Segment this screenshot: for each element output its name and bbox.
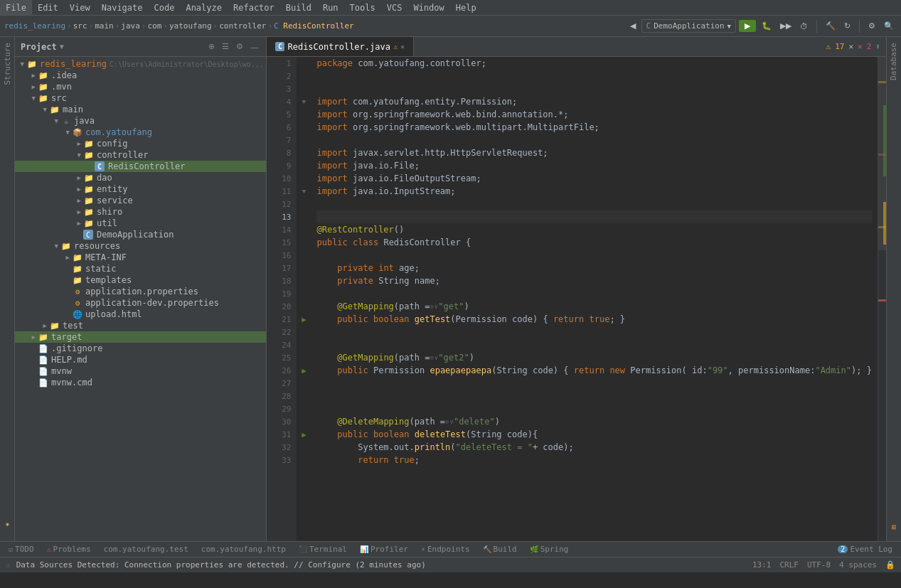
- status-crlf[interactable]: CRLF: [779, 560, 799, 570]
- panel-settings-btn[interactable]: ⚙: [234, 41, 245, 52]
- tree-item-controller[interactable]: ▼ 📁 controller: [15, 149, 266, 161]
- tree-item-app-dev-props[interactable]: ⚙ application-dev.properties: [15, 297, 266, 309]
- tree-item-root[interactable]: ▼ 📁 redis_learing C:\Users\Administrator…: [15, 58, 266, 70]
- gutter-26[interactable]: ▶: [297, 364, 311, 377]
- error-icon: ✕: [858, 42, 863, 51]
- tree-item-dao[interactable]: ▶ 📁 dao: [15, 172, 266, 183]
- tree-item-helpmd[interactable]: 📄 HELP.md: [15, 354, 266, 365]
- panel-minimize-btn[interactable]: —: [248, 42, 260, 52]
- tree-item-config[interactable]: ▶ 📁 config: [15, 138, 266, 149]
- run-config-dropdown-icon: ▼: [727, 23, 731, 30]
- menu-refactor[interactable]: Refactor: [228, 0, 280, 15]
- menu-edit[interactable]: Edit: [32, 0, 64, 15]
- breadcrumb-part-3[interactable]: main: [95, 21, 114, 31]
- favorites-label[interactable]: ★: [1, 515, 14, 535]
- bottom-tab-test[interactable]: com.yatoufang.test: [98, 542, 194, 557]
- menu-tools[interactable]: Tools: [344, 0, 381, 15]
- tree-item-mvn[interactable]: ▶ 📁 .mvn: [15, 81, 266, 92]
- database-label[interactable]: Database: [887, 37, 900, 86]
- debug-button[interactable]: 🐛: [759, 20, 774, 32]
- warning-count: 17: [835, 42, 844, 51]
- tree-item-entity[interactable]: ▶ 📁 entity: [15, 183, 266, 195]
- build-button[interactable]: 🔨: [823, 20, 838, 32]
- tree-item-metainf[interactable]: ▶ 📁 META-INF: [15, 252, 266, 263]
- sync-button[interactable]: ↻: [841, 20, 853, 32]
- menu-window[interactable]: Window: [407, 0, 449, 15]
- status-indent[interactable]: 4 spaces: [839, 560, 877, 570]
- menu-help[interactable]: Help: [450, 0, 482, 15]
- bottom-tab-todo[interactable]: ☑ TODO: [3, 542, 40, 557]
- tree-item-src[interactable]: ▼ 📁 src: [15, 92, 266, 104]
- tree-arrow-metainf: ▶: [63, 254, 72, 261]
- tree-item-app-props[interactable]: ⚙ application.properties: [15, 286, 266, 297]
- coverage-button[interactable]: ▶▶: [777, 20, 794, 32]
- code-content[interactable]: package com.yatoufang.controller; import…: [311, 57, 877, 541]
- side-indicator-2: [883, 202, 886, 245]
- tree-item-rediscontroller[interactable]: C RedisController: [15, 161, 266, 172]
- event-log-tab[interactable]: 2 Event Log: [832, 542, 898, 557]
- tab-close-icon[interactable]: ✕: [400, 43, 405, 50]
- toolbar-back-btn[interactable]: ◀: [627, 20, 639, 32]
- breadcrumb-part-6[interactable]: yatoufang: [169, 21, 212, 31]
- menu-file[interactable]: File: [0, 0, 32, 15]
- tree-item-gitignore[interactable]: 📄 .gitignore: [15, 343, 266, 354]
- editor-tab-rediscontroller[interactable]: C RedisController.java ⚠ ✕: [267, 37, 414, 56]
- settings-button[interactable]: ⚙: [865, 20, 878, 32]
- menu-run[interactable]: Run: [317, 0, 344, 15]
- breadcrumb-part-8[interactable]: C RedisController: [274, 21, 354, 31]
- gutter-31[interactable]: ▶: [297, 428, 311, 441]
- tree-item-upload-html[interactable]: 🌐 upload.html: [15, 309, 266, 320]
- status-message[interactable]: Data Sources Detected: Connection proper…: [16, 560, 747, 570]
- bottom-tab-build[interactable]: 🔨 Build: [477, 542, 523, 557]
- tree-item-resources[interactable]: ▼ 📁 resources: [15, 240, 266, 252]
- tree-item-main[interactable]: ▼ 📁 main: [15, 104, 266, 115]
- bottom-tab-profiler[interactable]: 📊 Profiler: [354, 542, 414, 557]
- profiler-button[interactable]: ⏱: [797, 21, 811, 32]
- code-line-16: [316, 249, 871, 262]
- maven-label[interactable]: m: [887, 519, 900, 535]
- breadcrumb-part-2[interactable]: src: [73, 21, 87, 31]
- tree-item-mvnw[interactable]: 📄 mvnw: [15, 365, 266, 377]
- sort-icon[interactable]: ⬆: [875, 42, 880, 51]
- structure-label[interactable]: Structure: [1, 37, 14, 91]
- tree-item-util[interactable]: ▶ 📁 util: [15, 218, 266, 229]
- bottom-tab-terminal[interactable]: ⬛ Terminal: [293, 542, 353, 557]
- line-num-31: 31: [267, 428, 291, 441]
- bottom-tab-http[interactable]: com.yatoufang.http: [196, 542, 292, 557]
- menu-vcs[interactable]: VCS: [381, 0, 408, 15]
- menu-build[interactable]: Build: [280, 0, 317, 15]
- menu-code[interactable]: Code: [149, 0, 181, 15]
- breadcrumb-part-4[interactable]: java: [121, 21, 140, 31]
- tree-item-idea[interactable]: ▶ 📁 .idea: [15, 70, 266, 81]
- tree-item-mvnwcmd[interactable]: 📄 mvnw.cmd: [15, 377, 266, 388]
- status-position[interactable]: 13:1: [752, 560, 772, 570]
- tree-item-demoapplication[interactable]: C DemoApplication: [15, 229, 266, 240]
- menu-analyze[interactable]: Analyze: [180, 0, 228, 15]
- tree-item-service[interactable]: ▶ 📁 service: [15, 195, 266, 206]
- tree-item-package[interactable]: ▼ 📦 com.yatoufang: [15, 127, 266, 138]
- run-button[interactable]: ▶: [739, 20, 756, 32]
- tree-item-test[interactable]: ▶ 📁 test: [15, 320, 266, 331]
- breadcrumb-part-5[interactable]: com: [147, 21, 161, 31]
- status-encoding[interactable]: UTF-8: [807, 560, 831, 570]
- menu-navigate[interactable]: Navigate: [96, 0, 149, 15]
- tree-item-shiro[interactable]: ▶ 📁 shiro: [15, 206, 266, 218]
- gutter-21[interactable]: ▶: [297, 313, 311, 326]
- panel-add-btn[interactable]: ⊕: [206, 41, 217, 52]
- tree-item-templates[interactable]: 📁 templates: [15, 274, 266, 286]
- menu-view[interactable]: View: [64, 0, 96, 15]
- bottom-tab-endpoints[interactable]: ⚡ Endpoints: [415, 542, 476, 557]
- panel-list-btn[interactable]: ☰: [220, 41, 231, 52]
- code-editor[interactable]: 1 2 3 4 5 6 7 8 9 10 11 12 13 14 15 16 1…: [267, 57, 885, 541]
- tree-item-static[interactable]: 📁 static: [15, 263, 266, 274]
- tree-label-mvn: .mvn: [51, 82, 72, 92]
- tree-item-target[interactable]: ▶ 📁 target: [15, 331, 266, 343]
- bottom-tab-spring[interactable]: 🌿 Spring: [524, 542, 575, 557]
- breadcrumb-part-7[interactable]: controller: [219, 21, 266, 31]
- breadcrumb-part-1[interactable]: redis_learing: [4, 21, 65, 31]
- tree-item-java[interactable]: ▼ ☕ java: [15, 115, 266, 127]
- run-config-selector[interactable]: C DemoApplication ▼: [641, 19, 736, 33]
- scrollbar-track[interactable]: [878, 57, 886, 541]
- bottom-tab-problems[interactable]: ⚠ Problems: [41, 542, 97, 557]
- search-everywhere-button[interactable]: 🔍: [881, 20, 897, 32]
